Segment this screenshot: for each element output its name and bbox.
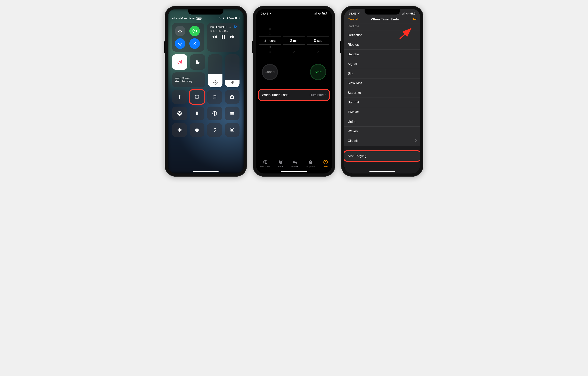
battery-icon [235,17,240,20]
home-indicator[interactable] [281,171,307,172]
wifi-toggle[interactable] [175,38,185,49]
cancel-button[interactable]: Cancel [348,17,358,21]
tab-bedtime[interactable]: Bedtime [291,160,298,168]
sound-option[interactable]: Summit [344,98,420,107]
sound-option[interactable]: Slow Rise [344,78,420,88]
sound-option[interactable]: Silk [344,69,420,78]
when-timer-ends-value: Illuminate [309,93,324,97]
forward-button[interactable] [230,35,235,40]
sound-option[interactable]: Reflection [344,30,420,40]
svg-rect-3 [174,17,175,19]
media-tile[interactable]: Vis - Forest EP… Dub Techno Blo… [207,23,240,52]
do-not-disturb-toggle[interactable] [190,54,205,70]
tab-stopwatch[interactable]: Stopwatch [306,160,315,168]
svg-rect-50 [197,128,197,128]
svg-rect-12 [179,62,180,63]
battery-icon [410,12,416,15]
svg-rect-0 [172,18,173,19]
sound-option[interactable]: Stargaze [344,88,420,98]
seconds-column[interactable]: 0sec 1 2 [307,27,329,54]
svg-point-40 [214,112,215,113]
sound-option[interactable]: Signal [344,59,420,69]
svg-line-22 [214,83,214,84]
battery-icon [322,12,327,15]
cellular-toggle[interactable] [189,26,200,36]
sound-option-classic[interactable]: Classic [344,136,420,146]
headphones-icon [225,17,228,20]
camera-button[interactable] [225,90,240,104]
signal-icon [314,12,317,15]
duration-picker[interactable]: 0 1 2hours 3 4 0min 1 2 0sec 1 2 [256,27,332,54]
svg-rect-60 [327,13,327,14]
sound-option[interactable]: Twinkle [344,107,420,117]
wallet-button[interactable] [225,107,240,120]
calculator-button[interactable] [207,90,222,104]
accessibility-button[interactable] [207,107,222,120]
hearing-button[interactable] [207,123,222,137]
svg-rect-57 [316,12,317,14]
clock-time: 08:45 [261,12,268,15]
home-button[interactable] [172,107,187,120]
set-button[interactable]: Set [412,17,417,21]
svg-rect-6 [235,17,237,19]
control-center-grid: Vis - Forest EP… Dub Techno Blo… [168,20,244,140]
brightness-slider[interactable] [208,54,222,87]
compass-icon [219,17,221,20]
stop-playing-option[interactable]: Stop Playing [344,151,420,161]
sound-option[interactable]: Ripples [344,40,420,50]
vpn-badge: VPN [196,17,201,20]
svg-rect-7 [239,18,240,19]
bluetooth-toggle[interactable] [189,38,200,49]
svg-point-53 [231,129,233,131]
screen-mirroring-label-1: Screen [182,77,192,80]
notch [365,9,400,14]
location-icon [269,12,272,15]
svg-point-27 [197,97,197,97]
svg-rect-59 [323,12,325,14]
tab-timer[interactable]: Timer [323,160,328,168]
remote-button[interactable] [190,107,205,120]
home-indicator[interactable] [369,171,395,172]
svg-rect-65 [296,163,296,164]
svg-rect-13 [175,79,179,82]
chevron-right-icon [325,93,326,97]
sounds-list[interactable]: Radiate Reflection Ripples Sencha Signal… [344,24,420,146]
svg-rect-55 [315,13,315,14]
screen-mirroring-label-2: Mirroring [182,80,192,83]
start-button[interactable]: Start [310,64,326,80]
when-timer-ends-row[interactable]: When Timer Ends Illuminate [259,90,329,100]
screen-mirroring-tile[interactable]: Screen Mirroring [172,72,205,87]
svg-rect-1 [173,18,173,19]
battery-pct: 56% [229,17,234,20]
volume-slider[interactable] [225,54,240,87]
airplane-toggle[interactable] [175,26,185,36]
flashlight-button[interactable] [172,90,187,104]
chevron-right-icon [415,139,417,143]
tab-world-clock[interactable]: World Clock [260,160,271,168]
svg-point-32 [215,97,215,97]
sound-option[interactable]: Radiate [344,24,420,30]
stopwatch-button[interactable] [190,123,205,137]
sound-option[interactable]: Waves [344,127,420,136]
connectivity-tile [172,23,204,52]
sound-option[interactable]: Sencha [344,50,420,59]
minutes-column[interactable]: 0min 1 2 [283,27,305,54]
timer-button[interactable] [190,90,205,104]
home-indicator[interactable] [193,171,219,172]
signal-icon [402,12,405,15]
sound-option[interactable]: Uplift [344,117,420,127]
tab-alarm[interactable]: Alarm [278,160,283,168]
rewind-button[interactable] [212,35,217,40]
orientation-lock-toggle[interactable] [172,54,187,70]
svg-rect-41 [231,112,234,113]
pause-button[interactable] [221,35,225,40]
hours-column[interactable]: 0 1 2hours 3 4 [259,27,281,54]
cancel-button[interactable]: Cancel [262,64,278,80]
screen-record-button[interactable] [225,123,240,137]
svg-rect-54 [314,14,314,14]
status-right: 56% [219,17,240,20]
svg-point-34 [214,98,215,98]
airplay-icon[interactable] [233,25,237,29]
audio-recognition-button[interactable] [172,123,187,137]
screen-timer: 08:45 0 1 2hours 3 4 0min 1 [256,9,332,174]
